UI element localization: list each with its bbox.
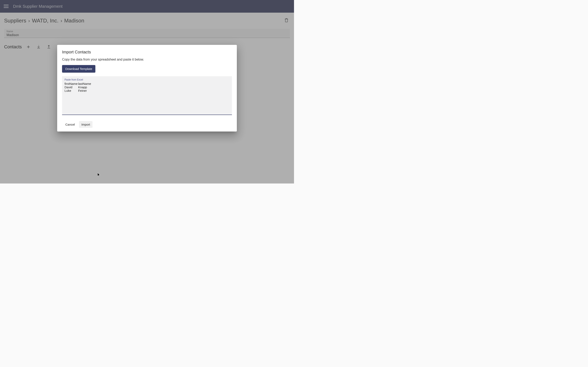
import-contacts-dialog: Import Contacts Copy the data from your … <box>57 45 237 132</box>
dialog-description: Copy the data from your spreadsheet and … <box>62 58 232 61</box>
dialog-actions: Cancel Import <box>62 121 232 128</box>
paste-field-label: Paste from Excel <box>65 78 229 81</box>
import-button[interactable]: Import <box>79 121 93 128</box>
download-template-button[interactable]: Download Template <box>62 65 95 73</box>
modal-overlay[interactable]: Import Contacts Copy the data from your … <box>0 0 294 184</box>
cancel-button[interactable]: Cancel <box>63 121 77 128</box>
paste-textarea[interactable] <box>65 82 229 113</box>
dialog-title: Import Contacts <box>62 50 232 54</box>
paste-field[interactable]: Paste from Excel <box>62 76 232 115</box>
